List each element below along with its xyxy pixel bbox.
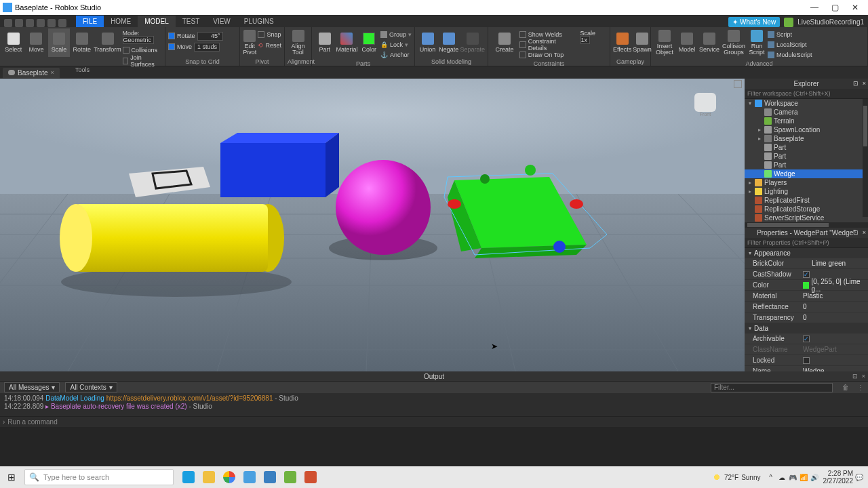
tab-home[interactable]: HOME [104,16,138,27]
tab-file[interactable]: FILE [76,16,104,27]
collisions-checkbox[interactable] [123,47,130,54]
output-log[interactable]: 14:18:00.094 DataModel Loading https://a… [0,393,868,416]
tree-item-spawnlocation[interactable]: ▸SpawnLocation [745,125,868,134]
model-button[interactable]: Model [677,28,697,57]
localscript-button[interactable]: LocalScript [768,40,812,49]
qat-icon[interactable] [26,19,34,27]
part-button[interactable]: Part [315,28,334,57]
lock-button[interactable]: 🔒Lock▾ [380,40,412,49]
constraint-details-checkbox[interactable] [519,41,526,48]
taskbar-app[interactable] [179,468,198,487]
tree-item-replicatedstorage[interactable]: ReplicatedStorage [745,205,868,214]
explorer-tree[interactable]: ▾WorkspaceCameraTerrain▸SpawnLocation▸Ba… [745,99,868,222]
close-panel-icon[interactable]: × [863,229,866,236]
trash-icon[interactable]: 🗑 [842,384,849,391]
expand-icon[interactable] [734,80,742,88]
taskbar-app[interactable] [301,468,320,487]
snap-move-input[interactable]: 1 studs [194,43,220,52]
create-constraint-button[interactable]: Create [491,28,518,57]
whats-new-button[interactable]: ✦ What's New [728,17,780,27]
select-button[interactable]: Select [3,28,24,57]
weather-widget[interactable]: 72°F Sunny [712,472,761,482]
draw-on-top-checkbox[interactable] [519,52,526,58]
tree-item-camera[interactable]: Camera [745,108,868,117]
union-button[interactable]: Union [418,28,437,57]
tray-icon[interactable]: ^ [766,472,776,482]
tree-item-lighting[interactable]: ▸Lighting [745,187,868,196]
spawn-button[interactable]: Spawn [633,28,652,57]
clock[interactable]: 2:28 PM2/27/2022 [823,470,854,485]
tree-item-players[interactable]: ▸Players [745,178,868,187]
archivable-checkbox[interactable] [803,336,810,342]
close-panel-icon[interactable]: × [863,80,866,87]
tree-item-wedge[interactable]: Wedge [745,169,868,178]
tree-item-workspace[interactable]: ▾Workspace [745,99,868,108]
user-avatar[interactable] [784,18,793,27]
snap-move-checkbox[interactable] [168,43,175,50]
taskbar-search[interactable]: 🔍 Type here to search [24,469,174,485]
show-welds-checkbox[interactable] [519,31,526,38]
output-filter[interactable]: Filter... [711,383,833,392]
transform-button[interactable]: Transform [94,28,121,57]
doctab-baseplate[interactable]: Baseplate × [3,68,60,78]
script-button[interactable]: Script [768,30,812,39]
window-minimize[interactable]: — [804,3,825,12]
taskbar-app[interactable] [260,468,279,487]
window-close[interactable]: ✕ [845,3,865,12]
pivot-reset-button[interactable]: ⟲Reset [258,41,281,50]
viewport-3d[interactable]: Front ➤ [0,79,745,371]
snap-rotate-checkbox[interactable] [168,33,175,39]
negate-button[interactable]: Negate [439,28,458,57]
scale-button[interactable]: Scale [48,28,70,57]
collision-groups-button[interactable]: Collision Groups [722,28,746,57]
qat-icon[interactable] [4,19,12,27]
tree-item-terrain[interactable]: Terrain [745,117,868,125]
tray-icon[interactable]: ☁ [777,472,787,482]
start-button[interactable]: ⊞ [0,466,23,488]
mode-dropdown[interactable]: Geometric [123,36,155,44]
doctab-close[interactable]: × [50,69,54,76]
qat-icon[interactable] [15,19,23,27]
castshadow-checkbox[interactable] [803,271,810,278]
tray-icon[interactable]: 🎮 [788,472,797,482]
modulescript-button[interactable]: ModuleScript [768,50,812,60]
command-bar[interactable]: ›Run a command [0,416,868,427]
constraint-scale-input[interactable]: 1x [580,36,591,44]
qat-icon[interactable] [37,19,45,27]
snap-rotate-input[interactable]: 45° [197,32,223,41]
pin-icon[interactable]: ⊡ [853,229,859,236]
more-icon[interactable]: ⋮ [857,384,864,391]
color-button[interactable]: Color [359,28,379,57]
scrollbar-vertical[interactable] [863,99,868,217]
tree-item-part[interactable]: Part [745,152,868,161]
anchor-button[interactable]: ⚓Anchor [380,50,412,60]
output-contexts-dropdown[interactable]: All Contexts▾ [65,382,117,392]
output-messages-dropdown[interactable]: All Messages▾ [4,382,60,392]
tab-model[interactable]: MODEL [138,16,176,27]
pin-icon[interactable]: ⊡ [853,80,859,87]
notifications-icon[interactable]: 💬 [854,472,864,482]
tray-icon[interactable]: 📶 [799,472,808,482]
output-close-icon[interactable]: × [862,373,865,380]
qat-icon[interactable] [58,19,66,27]
material-button[interactable]: Material [336,28,357,57]
join-surfaces-checkbox[interactable] [123,58,129,64]
window-maximize[interactable]: ▢ [825,3,845,12]
tree-item-replicatedfirst[interactable]: ReplicatedFirst [745,196,868,205]
taskbar-app[interactable] [220,468,239,487]
pivot-snap-checkbox[interactable] [258,31,264,38]
taskbar-app[interactable] [240,468,259,487]
explorer-filter[interactable]: Filter workspace (Ctrl+Shift+X) [745,89,868,99]
edit-pivot-button[interactable]: Edit Pivot [243,28,256,57]
group-button[interactable]: Group▾ [380,30,412,39]
tab-plugins[interactable]: PLUGINS [237,16,281,27]
rotate-button[interactable]: Rotate [71,28,93,57]
taskbar-app[interactable] [281,468,300,487]
output-pin-icon[interactable]: ⊡ [852,373,858,380]
tree-item-part[interactable]: Part [745,143,868,152]
properties-filter[interactable]: Filter Properties (Ctrl+Shift+P) [745,238,868,248]
taskbar-app[interactable] [199,468,218,487]
tree-item-baseplate[interactable]: ▸Baseplate [745,134,868,143]
locked-checkbox[interactable] [803,357,810,364]
move-button[interactable]: Move [26,28,47,57]
